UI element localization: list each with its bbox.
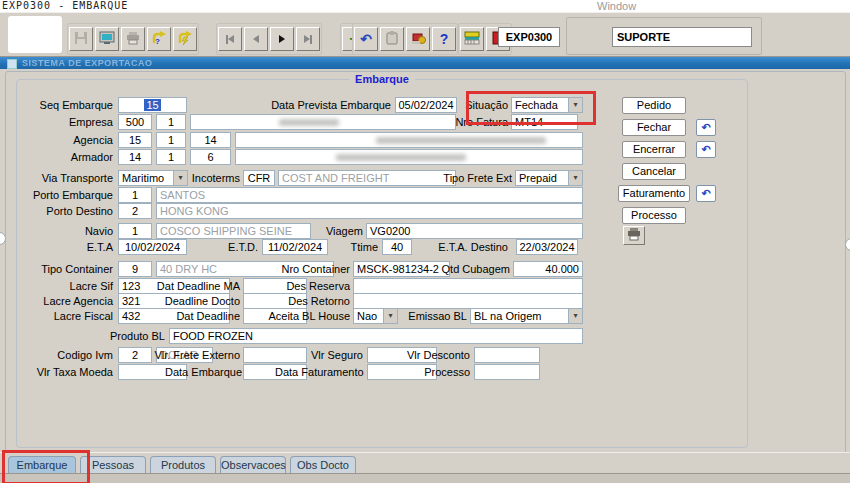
post-button[interactable] [406, 27, 430, 51]
vlr-frete-externo-label: Vlr. Frete Externo [150, 348, 240, 362]
menu-window[interactable]: Window [597, 0, 636, 12]
eta-label: E.T.A [10, 240, 113, 254]
tab-observacoes[interactable]: Observacoes [220, 456, 286, 474]
embarque-tab-highlight [2, 450, 90, 483]
eta-field[interactable]: 10/02/2024 [118, 239, 187, 255]
viagem-field[interactable]: VG0200 [366, 223, 583, 239]
nav-next-button[interactable] [270, 27, 294, 51]
window-title: EXP0300 - EMBARQUE [2, 0, 128, 12]
faturamento-undo-button[interactable]: ↶ [696, 185, 716, 202]
vlr-taxa-moeda-label: Vlr Taxa Moeda [10, 365, 113, 379]
paste-button[interactable] [380, 27, 404, 51]
printer-icon [126, 32, 140, 47]
nav-last-button[interactable] [296, 27, 320, 51]
screen-button[interactable] [95, 27, 119, 51]
tab-obs-docto[interactable]: Obs Docto [290, 456, 356, 474]
nav-prev-icon [253, 35, 259, 43]
data-embarque-label: Data Embarque [165, 365, 240, 379]
chevron-down-icon: ▾ [568, 171, 582, 185]
etd-field[interactable]: 11/02/2024 [262, 239, 328, 255]
empresa-code1-field[interactable]: 500 [118, 114, 152, 130]
toolbar-group-file: ? [67, 23, 199, 55]
porto-embarque-code-field[interactable]: 1 [118, 187, 152, 203]
encerrar-button[interactable]: Encerrar [622, 141, 686, 158]
empresa-desc-field[interactable] [190, 114, 456, 130]
groupbox-title: Embarque [349, 73, 415, 85]
processo-field[interactable] [474, 364, 540, 380]
keys-button[interactable] [460, 27, 484, 51]
lacre-agencia-label: Lacre Agencia [10, 294, 113, 308]
agencia-code2-field[interactable]: 1 [156, 132, 186, 148]
run-button[interactable] [173, 27, 197, 51]
redacted-text [376, 137, 546, 144]
armador-code3-field[interactable]: 6 [190, 149, 231, 165]
incoterms-label: Incoterms [186, 171, 240, 185]
nav-first-button[interactable] [218, 27, 242, 51]
eta-destino-field[interactable]: 22/03/2024 [516, 239, 578, 255]
emissao-bl-select[interactable]: BL na Origem ▾ [470, 308, 583, 324]
des-reserva-label: Des Reserva [270, 279, 350, 293]
chevron-down-icon: ▾ [173, 171, 187, 185]
toolbar-blank-box [8, 16, 62, 53]
porto-destino-code-field[interactable]: 2 [118, 203, 152, 219]
svg-text:?: ? [155, 37, 160, 45]
tab-produtos[interactable]: Produtos [150, 456, 216, 474]
help-button[interactable]: ? [432, 27, 456, 51]
faturamento-button[interactable]: Faturamento [618, 185, 690, 202]
des-retorno-label: Des Retorno [270, 294, 350, 308]
incoterms-code-field[interactable]: CFR [243, 170, 275, 186]
via-transporte-select[interactable]: Maritimo ▾ [118, 170, 188, 186]
aceita-bl-house-select[interactable]: Nao ▾ [353, 308, 398, 324]
app-banner: SISTEMA DE EXPORTACAO [0, 57, 850, 69]
armador-desc-field[interactable] [235, 149, 583, 165]
qtd-cubagem-field[interactable]: 40.000 [513, 261, 583, 277]
undo-button[interactable]: ↶ [354, 27, 378, 51]
seq-embarque-label: Seq Embarque [10, 98, 113, 112]
qtd-cubagem-label: Qtd Cubagem [430, 262, 510, 276]
ttime-field[interactable]: 40 [382, 239, 412, 255]
ttime-label: Ttime [340, 240, 378, 254]
nav-last-icon [304, 35, 312, 44]
fechar-button[interactable]: Fechar [622, 119, 686, 136]
pedido-button[interactable]: Pedido [622, 97, 686, 114]
encerrar-undo-button[interactable]: ↶ [696, 141, 716, 158]
agencia-code1-field[interactable]: 15 [118, 132, 152, 148]
produto-bl-field[interactable]: FOOD FROZEN [169, 328, 583, 344]
vlr-desconto-label: Vlr Desconto [400, 348, 470, 362]
processo-button[interactable]: Processo [622, 207, 686, 224]
agencia-desc-field[interactable] [235, 132, 583, 148]
aceita-bl-house-label: Aceita BL House [255, 309, 350, 323]
empresa-code2-field[interactable]: 1 [156, 114, 186, 130]
nro-container-label: Nro Container [270, 262, 350, 276]
save-button[interactable] [69, 27, 93, 51]
fechar-undo-button[interactable]: ↶ [696, 119, 716, 136]
armador-code2-field[interactable]: 1 [156, 149, 186, 165]
vlr-desconto-field[interactable] [474, 347, 540, 363]
des-reserva-field[interactable] [353, 278, 583, 294]
seq-embarque-field[interactable]: 15 [118, 97, 187, 113]
navio-desc-field: COSCO SHIPPING SEINE [156, 223, 311, 239]
armador-code1-field[interactable]: 14 [118, 149, 152, 165]
armador-label: Armador [10, 150, 113, 164]
cancelar-button[interactable]: Cancelar [622, 163, 686, 180]
eta-destino-label: E.T.A. Destino [438, 240, 508, 254]
tipo-container-code-field[interactable]: 9 [118, 261, 152, 277]
toolbar-group-nav [216, 23, 322, 55]
navio-code-field[interactable]: 1 [118, 223, 152, 239]
tipo-frete-ext-select[interactable]: Prepaid ▾ [515, 170, 583, 186]
porto-embarque-desc-field: SANTOS [156, 187, 583, 203]
nav-next-icon [279, 35, 285, 43]
codigo-ivm-code-field[interactable]: 2 [118, 347, 152, 363]
dat-deadline-ma-label: Dat Deadline MA [155, 279, 240, 293]
agencia-code3-field[interactable]: 14 [190, 132, 231, 148]
situacao-highlight [466, 91, 596, 125]
help-jump-button[interactable]: ? [147, 27, 171, 51]
arrow-lightning-icon [178, 31, 193, 47]
des-retorno-field[interactable] [353, 293, 583, 309]
nav-prev-button[interactable] [244, 27, 268, 51]
print-small-button[interactable] [623, 226, 645, 245]
print-button[interactable] [121, 27, 145, 51]
user-field[interactable]: SUPORTE [612, 27, 752, 47]
redacted-text [336, 154, 466, 161]
empresa-label: Empresa [10, 115, 113, 129]
